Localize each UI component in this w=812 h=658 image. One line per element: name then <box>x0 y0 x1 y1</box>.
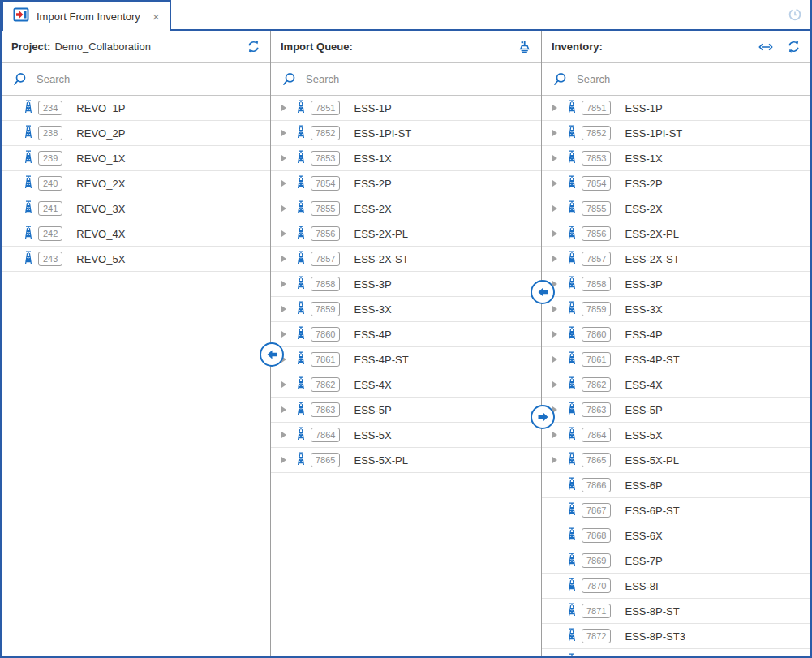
expand-chevron-icon[interactable] <box>281 105 286 111</box>
move-to-inventory-button[interactable] <box>531 405 555 429</box>
derrick-icon <box>567 226 577 243</box>
inventory-list-item[interactable]: 7867 ESS-6P-ST <box>542 498 810 523</box>
expand-chevron-icon[interactable] <box>281 306 286 312</box>
expand-chevron-icon[interactable] <box>281 457 286 463</box>
queue-search-input[interactable] <box>306 73 531 85</box>
expand-chevron-icon[interactable] <box>281 331 286 338</box>
expand-chevron-icon[interactable] <box>552 180 557 187</box>
inventory-list-item[interactable]: 7864 ESS-5X <box>542 423 810 448</box>
inventory-list-item[interactable]: 7855 ESS-2X <box>542 196 810 221</box>
inventory-list-item[interactable]: 7863 ESS-5P <box>542 398 810 423</box>
inventory-list-item[interactable]: 7866 ESS-6P <box>542 473 810 498</box>
expand-chevron-icon[interactable] <box>552 105 557 111</box>
inventory-list-item[interactable]: 7853 ESS-1X <box>542 146 810 171</box>
expand-chevron-icon[interactable] <box>281 381 286 388</box>
item-label: ESS-1X <box>625 153 662 165</box>
expand-chevron-icon[interactable] <box>281 205 286 212</box>
expand-chevron-icon[interactable] <box>552 230 557 237</box>
expand-chevron-icon[interactable] <box>281 432 286 438</box>
inventory-list-item[interactable]: 7870 ESS-8I <box>542 574 810 599</box>
inventory-list-item[interactable]: 7862 ESS-4X <box>542 372 810 398</box>
expand-chevron-icon[interactable] <box>552 432 557 438</box>
expand-chevron-icon[interactable] <box>281 281 286 287</box>
project-name: Demo_Collaboration <box>54 41 151 53</box>
queue-list-item[interactable]: 7855 ESS-2X <box>271 196 541 221</box>
queue-list: 7851 ESS-1P 7852 ESS-1PI-ST 7853 ESS-1X <box>271 96 541 656</box>
expand-chevron-icon[interactable] <box>552 306 557 312</box>
move-to-project-button[interactable] <box>260 342 284 367</box>
expand-chevron-icon[interactable] <box>281 180 286 187</box>
inventory-list-item[interactable]: 7869 ESS-7P <box>542 548 810 574</box>
history-icon[interactable] <box>788 7 802 22</box>
item-id-badge: 7869 <box>582 553 611 568</box>
inventory-list-item[interactable]: 7858 ESS-3P <box>542 272 810 297</box>
item-label: ESS-6P-ST <box>625 505 679 517</box>
swap-horizontal-icon[interactable] <box>758 40 773 54</box>
expand-chevron-icon[interactable] <box>552 256 557 262</box>
inventory-list-item[interactable] <box>542 649 810 656</box>
inventory-list-item[interactable]: 7851 ESS-1P <box>542 96 810 121</box>
inventory-list-item[interactable]: 7868 ESS-6X <box>542 523 810 548</box>
project-list-item[interactable]: 243 REVO_5X <box>2 247 270 272</box>
expand-chevron-icon[interactable] <box>552 457 557 463</box>
inventory-list-item[interactable]: 7854 ESS-2P <box>542 171 810 196</box>
item-label: ESS-4P <box>625 329 662 341</box>
expand-chevron-icon[interactable] <box>552 130 557 136</box>
queue-list-item[interactable]: 7862 ESS-4X <box>271 372 541 398</box>
inventory-search <box>542 63 810 96</box>
clear-queue-broom-icon[interactable] <box>517 40 531 54</box>
inventory-list-item[interactable]: 7857 ESS-2X-ST <box>542 247 810 272</box>
queue-list-item[interactable]: 7857 ESS-2X-ST <box>271 247 541 272</box>
inventory-search-input[interactable] <box>577 73 800 85</box>
move-to-queue-button[interactable] <box>531 280 555 304</box>
expand-chevron-icon[interactable] <box>552 356 557 363</box>
expand-chevron-icon[interactable] <box>552 331 557 338</box>
inventory-list-item[interactable]: 7856 ESS-2X-PL <box>542 221 810 247</box>
expand-chevron-icon[interactable] <box>281 155 286 161</box>
inventory-list-item[interactable]: 7860 ESS-4P <box>542 322 810 347</box>
queue-list-item[interactable]: 7859 ESS-3X <box>271 297 541 322</box>
refresh-icon[interactable] <box>246 40 260 54</box>
expand-chevron-icon[interactable] <box>552 155 557 161</box>
inventory-list-item[interactable]: 7872 ESS-8P-ST3 <box>542 624 810 649</box>
project-search-input[interactable] <box>37 73 260 85</box>
expand-chevron-icon[interactable] <box>281 130 286 136</box>
project-list-item[interactable]: 238 REVO_2P <box>2 121 270 146</box>
queue-list-item[interactable]: 7863 ESS-5P <box>271 398 541 423</box>
queue-list-item[interactable]: 7853 ESS-1X <box>271 146 541 171</box>
inventory-list-item[interactable]: 7865 ESS-5X-PL <box>542 448 810 473</box>
queue-list-item[interactable]: 7851 ESS-1P <box>271 96 541 121</box>
queue-list-item[interactable]: 7852 ESS-1PI-ST <box>271 121 541 146</box>
derrick-icon <box>296 402 306 419</box>
project-list-item[interactable]: 242 REVO_4X <box>2 221 270 247</box>
project-list-item[interactable]: 241 REVO_3X <box>2 196 270 221</box>
expand-chevron-icon[interactable] <box>281 256 286 262</box>
expand-chevron-icon[interactable] <box>552 205 557 212</box>
inventory-list-item[interactable]: 7871 ESS-8P-ST <box>542 599 810 624</box>
refresh-icon[interactable] <box>786 40 801 54</box>
derrick-icon <box>567 628 577 645</box>
inventory-list-item[interactable]: 7859 ESS-3X <box>542 297 810 322</box>
queue-list-item[interactable]: 7858 ESS-3P <box>271 272 541 297</box>
queue-list-item[interactable]: 7865 ESS-5X-PL <box>271 448 541 473</box>
expand-chevron-icon[interactable] <box>552 381 557 388</box>
project-search <box>2 63 270 96</box>
queue-list-item[interactable]: 7856 ESS-2X-PL <box>271 221 541 247</box>
project-list-item[interactable]: 239 REVO_1X <box>2 146 270 171</box>
queue-list-item[interactable]: 7864 ESS-5X <box>271 423 541 448</box>
item-id-badge: 7864 <box>311 428 340 442</box>
queue-list-item[interactable]: 7860 ESS-4P <box>271 322 541 347</box>
item-id-badge: 234 <box>38 101 62 115</box>
expand-chevron-icon[interactable] <box>281 230 286 237</box>
item-id-badge: 7861 <box>582 352 611 367</box>
project-list-item[interactable]: 240 REVO_2X <box>2 171 270 196</box>
project-list-item[interactable]: 234 REVO_1P <box>2 96 270 121</box>
expand-chevron-icon[interactable] <box>281 406 286 413</box>
tab-import-from-inventory[interactable]: Import From Inventory × <box>2 0 171 31</box>
queue-list-item[interactable]: 7861 ESS-4P-ST <box>271 347 541 372</box>
inventory-list-item[interactable]: 7852 ESS-1PI-ST <box>542 121 810 146</box>
inventory-list-item[interactable]: 7861 ESS-4P-ST <box>542 347 810 372</box>
queue-list-item[interactable]: 7854 ESS-2P <box>271 171 541 196</box>
close-icon[interactable]: × <box>153 11 160 23</box>
derrick-icon <box>567 477 577 494</box>
